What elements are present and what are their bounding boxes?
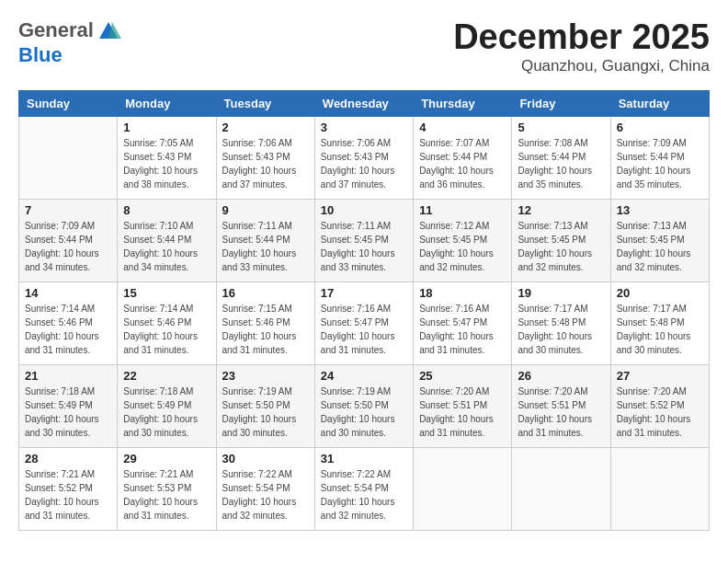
day-number: 18 — [419, 286, 506, 300]
calendar-cell: 2Sunrise: 7:06 AMSunset: 5:43 PMDaylight… — [216, 116, 314, 199]
day-info: Sunrise: 7:09 AMSunset: 5:44 PMDaylight:… — [25, 219, 111, 274]
day-number: 31 — [321, 452, 407, 465]
day-number: 10 — [321, 203, 407, 217]
calendar-cell: 31Sunrise: 7:22 AMSunset: 5:54 PMDayligh… — [314, 447, 413, 530]
day-number: 29 — [123, 452, 210, 465]
calendar-cell: 14Sunrise: 7:14 AMSunset: 5:46 PMDayligh… — [19, 282, 118, 364]
calendar-cell: 8Sunrise: 7:10 AMSunset: 5:44 PMDaylight… — [118, 199, 216, 282]
day-number: 17 — [321, 286, 407, 300]
calendar-cell: 25Sunrise: 7:20 AMSunset: 5:51 PMDayligh… — [414, 364, 512, 447]
day-number: 16 — [222, 286, 309, 300]
calendar-cell: 29Sunrise: 7:21 AMSunset: 5:53 PMDayligh… — [118, 447, 216, 530]
day-info: Sunrise: 7:11 AMSunset: 5:44 PMDaylight:… — [222, 219, 309, 274]
day-info: Sunrise: 7:18 AMSunset: 5:49 PMDaylight:… — [25, 385, 111, 440]
day-info: Sunrise: 7:13 AMSunset: 5:45 PMDaylight:… — [617, 219, 703, 274]
calendar-cell: 27Sunrise: 7:20 AMSunset: 5:52 PMDayligh… — [610, 364, 709, 447]
calendar-cell: 23Sunrise: 7:19 AMSunset: 5:50 PMDayligh… — [216, 364, 314, 447]
day-info: Sunrise: 7:20 AMSunset: 5:51 PMDaylight:… — [518, 385, 604, 440]
day-info: Sunrise: 7:05 AMSunset: 5:43 PMDaylight:… — [123, 136, 210, 191]
calendar-cell — [414, 447, 512, 530]
weekday-header: Wednesday — [314, 90, 413, 116]
page-header: General Blue December 2025 Quanzhou, Gua… — [18, 18, 710, 75]
calendar-cell: 15Sunrise: 7:14 AMSunset: 5:46 PMDayligh… — [118, 282, 216, 364]
day-number: 5 — [518, 121, 604, 134]
calendar-week-row: 21Sunrise: 7:18 AMSunset: 5:49 PMDayligh… — [19, 364, 710, 447]
calendar-cell: 17Sunrise: 7:16 AMSunset: 5:47 PMDayligh… — [314, 282, 413, 364]
calendar-cell: 5Sunrise: 7:08 AMSunset: 5:44 PMDaylight… — [512, 116, 610, 199]
day-info: Sunrise: 7:16 AMSunset: 5:47 PMDaylight:… — [419, 302, 506, 357]
calendar-cell: 10Sunrise: 7:11 AMSunset: 5:45 PMDayligh… — [314, 199, 413, 282]
calendar-cell: 11Sunrise: 7:12 AMSunset: 5:45 PMDayligh… — [414, 199, 512, 282]
day-info: Sunrise: 7:16 AMSunset: 5:47 PMDaylight:… — [321, 302, 407, 357]
location: Quanzhou, Guangxi, China — [453, 57, 710, 75]
weekday-header: Thursday — [414, 90, 512, 116]
calendar-cell: 1Sunrise: 7:05 AMSunset: 5:43 PMDaylight… — [118, 116, 216, 199]
calendar-cell: 19Sunrise: 7:17 AMSunset: 5:48 PMDayligh… — [512, 282, 610, 364]
day-info: Sunrise: 7:06 AMSunset: 5:43 PMDaylight:… — [321, 136, 407, 191]
day-info: Sunrise: 7:14 AMSunset: 5:46 PMDaylight:… — [25, 302, 111, 357]
day-info: Sunrise: 7:20 AMSunset: 5:51 PMDaylight:… — [419, 385, 506, 440]
day-number: 27 — [617, 369, 703, 383]
day-info: Sunrise: 7:21 AMSunset: 5:52 PMDaylight:… — [25, 467, 111, 523]
day-number: 25 — [419, 369, 506, 383]
weekday-header: Sunday — [19, 90, 118, 116]
logo: General Blue — [18, 18, 121, 66]
day-info: Sunrise: 7:06 AMSunset: 5:43 PMDaylight:… — [222, 136, 309, 191]
title-block: December 2025 Quanzhou, Guangxi, China — [453, 18, 710, 75]
calendar-cell — [610, 447, 709, 530]
calendar-cell: 22Sunrise: 7:18 AMSunset: 5:49 PMDayligh… — [118, 364, 216, 447]
day-info: Sunrise: 7:10 AMSunset: 5:44 PMDaylight:… — [123, 219, 210, 274]
day-info: Sunrise: 7:09 AMSunset: 5:44 PMDaylight:… — [617, 136, 703, 191]
day-number: 1 — [123, 121, 210, 134]
day-number: 26 — [518, 369, 604, 383]
day-number: 6 — [617, 121, 703, 134]
calendar-cell: 4Sunrise: 7:07 AMSunset: 5:44 PMDaylight… — [414, 116, 512, 199]
day-number: 13 — [617, 203, 703, 217]
day-info: Sunrise: 7:17 AMSunset: 5:48 PMDaylight:… — [518, 302, 604, 357]
calendar-cell: 13Sunrise: 7:13 AMSunset: 5:45 PMDayligh… — [610, 199, 709, 282]
day-number: 11 — [419, 203, 506, 217]
day-number: 30 — [222, 452, 309, 465]
calendar-cell: 30Sunrise: 7:22 AMSunset: 5:54 PMDayligh… — [216, 447, 314, 530]
logo-icon — [96, 18, 121, 44]
logo-general: General — [18, 18, 94, 41]
calendar-cell: 7Sunrise: 7:09 AMSunset: 5:44 PMDaylight… — [19, 199, 118, 282]
day-info: Sunrise: 7:20 AMSunset: 5:52 PMDaylight:… — [617, 385, 703, 440]
day-number: 7 — [25, 203, 111, 217]
day-number: 28 — [25, 452, 111, 465]
svg-marker-1 — [108, 22, 121, 39]
calendar-cell: 26Sunrise: 7:20 AMSunset: 5:51 PMDayligh… — [512, 364, 610, 447]
day-info: Sunrise: 7:19 AMSunset: 5:50 PMDaylight:… — [222, 385, 309, 440]
calendar-week-row: 1Sunrise: 7:05 AMSunset: 5:43 PMDaylight… — [19, 116, 710, 199]
calendar-week-row: 28Sunrise: 7:21 AMSunset: 5:52 PMDayligh… — [19, 447, 710, 530]
day-number: 24 — [321, 369, 407, 383]
calendar-cell: 16Sunrise: 7:15 AMSunset: 5:46 PMDayligh… — [216, 282, 314, 364]
weekday-header: Tuesday — [216, 90, 314, 116]
calendar-cell: 9Sunrise: 7:11 AMSunset: 5:44 PMDaylight… — [216, 199, 314, 282]
day-info: Sunrise: 7:15 AMSunset: 5:46 PMDaylight:… — [222, 302, 309, 357]
logo-blue: Blue — [18, 43, 63, 66]
calendar-cell: 28Sunrise: 7:21 AMSunset: 5:52 PMDayligh… — [19, 447, 118, 530]
calendar-week-row: 7Sunrise: 7:09 AMSunset: 5:44 PMDaylight… — [19, 199, 710, 282]
day-info: Sunrise: 7:12 AMSunset: 5:45 PMDaylight:… — [419, 219, 506, 274]
month-title: December 2025 — [453, 18, 710, 57]
day-number: 21 — [25, 369, 111, 383]
calendar-week-row: 14Sunrise: 7:14 AMSunset: 5:46 PMDayligh… — [19, 282, 710, 364]
day-number: 12 — [518, 203, 604, 217]
calendar-header: SundayMondayTuesdayWednesdayThursdayFrid… — [19, 90, 710, 116]
weekday-header: Monday — [118, 90, 216, 116]
calendar-cell: 21Sunrise: 7:18 AMSunset: 5:49 PMDayligh… — [19, 364, 118, 447]
day-info: Sunrise: 7:08 AMSunset: 5:44 PMDaylight:… — [518, 136, 604, 191]
day-info: Sunrise: 7:22 AMSunset: 5:54 PMDaylight:… — [321, 467, 407, 523]
calendar-cell — [19, 116, 118, 199]
day-info: Sunrise: 7:11 AMSunset: 5:45 PMDaylight:… — [321, 219, 407, 274]
calendar-cell: 20Sunrise: 7:17 AMSunset: 5:48 PMDayligh… — [610, 282, 709, 364]
day-number: 2 — [222, 121, 309, 134]
day-info: Sunrise: 7:22 AMSunset: 5:54 PMDaylight:… — [222, 467, 309, 523]
day-number: 20 — [617, 286, 703, 300]
day-info: Sunrise: 7:17 AMSunset: 5:48 PMDaylight:… — [617, 302, 703, 357]
calendar-cell: 24Sunrise: 7:19 AMSunset: 5:50 PMDayligh… — [314, 364, 413, 447]
day-number: 15 — [123, 286, 210, 300]
day-number: 19 — [518, 286, 604, 300]
day-info: Sunrise: 7:21 AMSunset: 5:53 PMDaylight:… — [123, 467, 210, 523]
